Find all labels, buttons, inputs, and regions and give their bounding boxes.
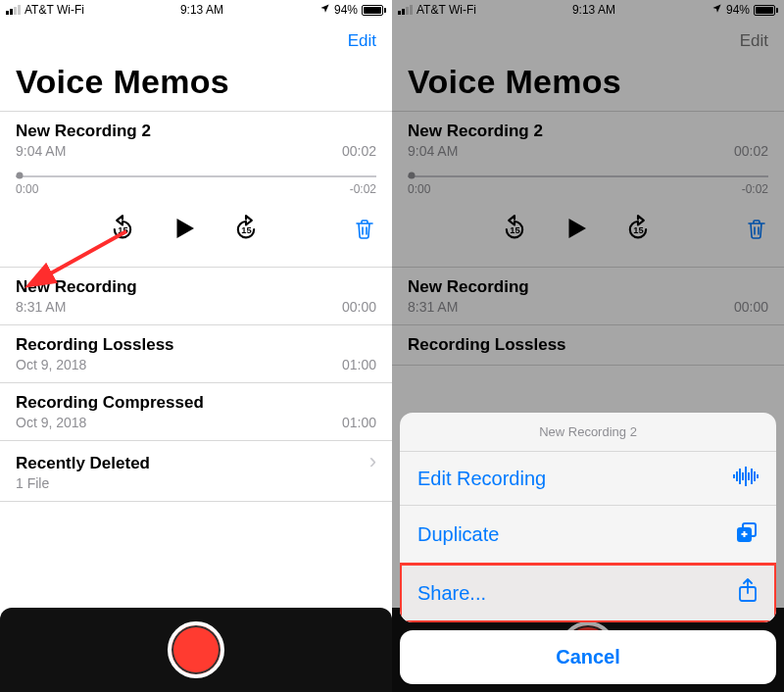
sheet-edit-recording[interactable]: Edit Recording <box>400 452 776 506</box>
waveform-icon <box>733 467 759 490</box>
chevron-right-icon: › <box>369 451 376 472</box>
recording-duration: 01:00 <box>342 357 376 372</box>
scrub-position: 0:00 <box>16 182 38 196</box>
nav-bar: Edit <box>0 20 392 63</box>
svg-text:15: 15 <box>118 225 127 235</box>
play-icon[interactable] <box>170 214 199 243</box>
recently-deleted-label: Recently Deleted <box>16 454 150 473</box>
recording-duration: 01:00 <box>342 415 376 430</box>
svg-rect-6 <box>736 471 738 481</box>
recording-name: Recording Compressed <box>16 393 204 413</box>
svg-rect-13 <box>757 474 759 478</box>
svg-rect-5 <box>733 474 735 478</box>
action-sheet: New Recording 2 Edit Recording Duplicate… <box>400 413 776 684</box>
svg-rect-11 <box>751 469 753 484</box>
battery-pct: 94% <box>334 3 358 17</box>
recording-time: 8:31 AM <box>16 299 66 315</box>
sheet-duplicate[interactable]: Duplicate <box>400 506 776 564</box>
recording-duration: 00:02 <box>342 143 376 159</box>
sheet-row-label: Duplicate <box>417 523 499 546</box>
skip-forward-15-icon[interactable]: 15 <box>232 215 260 242</box>
skip-back-15-icon[interactable]: 15 <box>109 215 136 242</box>
trash-icon[interactable] <box>353 216 376 241</box>
page-title: Voice Memos <box>0 63 392 111</box>
recently-deleted-item[interactable]: Recently Deleted› 1 File <box>0 440 392 502</box>
share-icon <box>737 578 759 608</box>
recording-name: Recording Lossless <box>16 335 174 355</box>
recording-item[interactable]: Recording Compressed Oct 9, 201801:00 <box>0 382 392 440</box>
edit-button[interactable]: Edit <box>348 31 376 51</box>
location-icon <box>319 3 330 17</box>
svg-text:15: 15 <box>241 225 251 235</box>
duplicate-icon <box>735 520 759 548</box>
scrub-remaining: -0:02 <box>350 182 376 196</box>
recording-time: Oct 9, 2018 <box>16 415 86 430</box>
record-button[interactable] <box>168 621 224 678</box>
svg-rect-8 <box>742 472 744 480</box>
recording-time: Oct 9, 2018 <box>16 357 86 372</box>
svg-rect-9 <box>745 467 747 486</box>
sheet-cancel-button[interactable]: Cancel <box>400 630 776 684</box>
recently-deleted-sub: 1 File <box>16 475 49 491</box>
signal-icon <box>6 5 21 15</box>
battery-icon <box>362 5 386 16</box>
sheet-row-label: Share... <box>417 582 486 605</box>
carrier-label: AT&T Wi-Fi <box>24 3 84 17</box>
sheet-row-label: Edit Recording <box>417 468 546 490</box>
svg-rect-10 <box>748 472 750 480</box>
sheet-title: New Recording 2 <box>400 413 776 452</box>
status-bar: AT&T Wi-Fi 9:13 AM 94% <box>0 0 392 20</box>
playback-scrubber[interactable] <box>16 173 376 178</box>
recording-item[interactable]: New Recording 8:31 AM00:00 <box>0 267 392 324</box>
recording-name: New Recording 2 <box>16 122 151 141</box>
svg-rect-12 <box>754 471 756 481</box>
recording-time: 9:04 AM <box>16 143 66 159</box>
record-bar <box>0 608 392 692</box>
recording-item[interactable]: Recording Lossless Oct 9, 201801:00 <box>0 324 392 382</box>
recording-duration: 00:00 <box>342 299 376 315</box>
sheet-share[interactable]: Share... <box>400 564 776 622</box>
clock: 9:13 AM <box>180 3 223 17</box>
svg-rect-7 <box>739 469 741 484</box>
recording-name: New Recording <box>16 277 137 297</box>
recording-item-expanded[interactable]: New Recording 2 9:04 AM 00:02 0:00 -0:02… <box>0 111 392 267</box>
